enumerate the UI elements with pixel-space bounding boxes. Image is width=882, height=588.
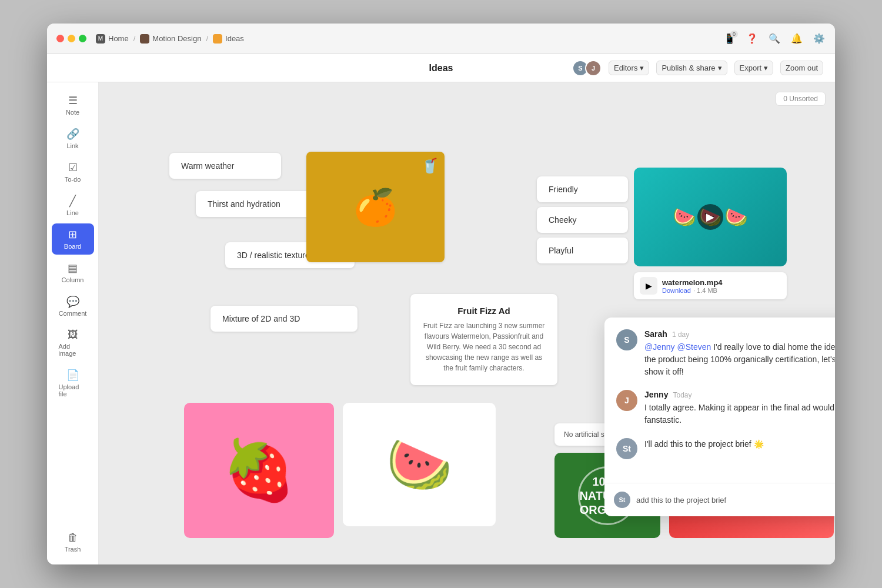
todo-icon: ☑ xyxy=(68,161,78,174)
close-button[interactable] xyxy=(56,35,64,42)
ideas-icon xyxy=(213,34,222,44)
canvas: 0 Unsorted Warm weather Thirst and hydra… xyxy=(99,82,835,564)
breadcrumb-ideas[interactable]: Ideas xyxy=(213,34,244,44)
sidebar-item-add-image[interactable]: 🖼 Add image xyxy=(52,324,94,362)
sarah-author: Sarah xyxy=(644,329,667,339)
comment-input-area: St add this to the project brief Send xyxy=(604,483,835,516)
trash-icon: 🗑 xyxy=(68,532,78,544)
comment-jenny: J Jenny Today I totally agree. Making it… xyxy=(616,390,835,426)
traffic-lights xyxy=(56,35,86,42)
header-right: S J Editors ▾ Publish & share ▾ Export ▾… xyxy=(572,60,823,76)
jenny-author: Jenny xyxy=(644,390,668,399)
sarah-text: @Jenny @Steven I'd really love to dial h… xyxy=(644,341,835,378)
line-icon: ╱ xyxy=(69,195,76,208)
sidebar-item-line[interactable]: ╱ Line xyxy=(52,190,94,221)
device-badge: 0 xyxy=(730,31,738,38)
comment-steven: St I'll add this to the project brief 🌟 xyxy=(616,438,835,459)
mixture-card[interactable]: Mixture of 2D and 3D xyxy=(211,306,358,332)
file-size: · 1.4 MB xyxy=(693,287,717,294)
headerbar: Ideas S J Editors ▾ Publish & share ▾ Ex… xyxy=(47,54,835,82)
thirst-hydration-card[interactable]: Thirst and hydration xyxy=(196,191,319,217)
orange-drink-image: 🍊 🥤 xyxy=(306,152,445,262)
fullscreen-button[interactable] xyxy=(79,35,86,42)
breadcrumb-home[interactable]: M Home xyxy=(96,34,129,44)
help-icon[interactable]: ❓ xyxy=(746,32,759,45)
breadcrumb: M Home / Motion Design / Ideas xyxy=(96,34,244,44)
sidebar-item-board[interactable]: ⊞ Board xyxy=(52,223,94,255)
sidebar-item-column[interactable]: ▤ Column xyxy=(52,257,94,288)
board-icon: ⊞ xyxy=(68,228,77,241)
play-button[interactable]: ▶ xyxy=(697,204,723,230)
zoom-button[interactable]: Zoom out xyxy=(780,61,823,75)
link-icon: 🔗 xyxy=(66,128,79,141)
app-window: M Home / Motion Design / Ideas 📱0 ❓ 🔍 🔔 … xyxy=(47,24,835,564)
strawberry-image: 🍓 xyxy=(184,403,334,538)
device-icon[interactable]: 📱0 xyxy=(723,32,736,45)
watermelon-video: 🍉 🍉 🍉 ▶ ▶ watermelon.mp4 Download · 1.4 … xyxy=(634,168,787,299)
sarah-time: 1 day xyxy=(672,330,689,339)
avatar-sarah-comment: S xyxy=(616,329,637,350)
titlebar: M Home / Motion Design / Ideas 📱0 ❓ 🔍 🔔 … xyxy=(47,24,835,54)
download-link[interactable]: Download xyxy=(662,287,691,294)
avatar-jenny-comment: J xyxy=(616,390,637,411)
avatar-group: S J xyxy=(572,60,602,76)
comment-sarah: S Sarah 1 day @Jenny @Steven I'd really … xyxy=(616,329,835,378)
sidebar-item-note[interactable]: ☰ Note xyxy=(52,89,94,121)
video-filename: watermelon.mp4 xyxy=(662,278,723,287)
add-image-icon: 🖼 xyxy=(68,329,78,341)
file-info: ▶ watermelon.mp4 Download · 1.4 MB xyxy=(634,272,787,299)
editors-button[interactable]: Editors ▾ xyxy=(609,61,649,75)
comment-list: S Sarah 1 day @Jenny @Steven I'd really … xyxy=(604,318,835,483)
home-label: Home xyxy=(108,34,129,43)
note-icon: ☰ xyxy=(68,94,78,107)
watermelon-slice-image: 🍉 xyxy=(386,434,452,496)
watermelon-slice-card[interactable]: 🍉 xyxy=(343,403,496,526)
unsorted-badge: 0 Unsorted xyxy=(776,92,826,106)
sidebar-item-todo[interactable]: ☑ To-do xyxy=(52,156,94,188)
avatar-jenny: J xyxy=(585,60,602,76)
avatar-current-user: St xyxy=(614,492,630,508)
comment-panel: S Sarah 1 day @Jenny @Steven I'd really … xyxy=(604,318,835,516)
fruit-fizz-card[interactable]: Fruit Fizz Ad Fruit Fizz are launching 3… xyxy=(410,294,557,385)
tag-friendly[interactable]: Friendly xyxy=(537,176,628,202)
search-icon[interactable]: 🔍 xyxy=(768,32,781,45)
tag-playful[interactable]: Playful xyxy=(537,238,628,263)
fruit-fizz-title: Fruit Fizz Ad xyxy=(422,306,546,316)
tag-cheeky[interactable]: Cheeky xyxy=(537,207,628,233)
publish-button[interactable]: Publish & share ▾ xyxy=(656,61,727,75)
comment-input-placeholder[interactable]: add this to the project brief xyxy=(636,496,829,505)
titlebar-right: 📱0 ❓ 🔍 🔔 ⚙️ xyxy=(723,32,826,45)
fruit-fizz-body: Fruit Fizz are launching 3 new summer fl… xyxy=(422,320,546,373)
settings-icon[interactable]: ⚙️ xyxy=(813,32,826,45)
strawberry-card[interactable]: 🍓 xyxy=(184,403,334,538)
breadcrumb-motion-design[interactable]: Motion Design xyxy=(140,34,201,44)
export-button[interactable]: Export ▾ xyxy=(734,61,774,75)
video-thumbnail[interactable]: 🍉 🍉 🍉 ▶ xyxy=(634,168,787,266)
comment-icon: 💬 xyxy=(66,295,79,308)
upload-file-icon: 📄 xyxy=(66,369,79,382)
warm-weather-card[interactable]: Warm weather xyxy=(169,153,281,179)
file-icon: ▶ xyxy=(640,277,657,295)
motion-design-icon xyxy=(140,34,149,44)
motion-design-label: Motion Design xyxy=(152,34,201,43)
tags-column: Friendly Cheeky Playful xyxy=(537,176,628,263)
orange-drink-card[interactable]: 🍊 🥤 xyxy=(306,152,445,262)
avatar-steven-comment: St xyxy=(616,438,637,459)
notification-icon[interactable]: 🔔 xyxy=(790,32,803,45)
jenny-time: Today xyxy=(673,391,691,399)
minimize-button[interactable] xyxy=(68,35,75,42)
sidebar-item-upload-file[interactable]: 📄 Upload file xyxy=(52,364,94,402)
sidebar: ☰ Note 🔗 Link ☑ To-do ╱ Line ⊞ Board ▤ C… xyxy=(47,82,99,564)
page-title: Ideas xyxy=(429,63,453,74)
sidebar-item-trash[interactable]: 🗑 Trash xyxy=(52,527,94,557)
sidebar-item-link[interactable]: 🔗 Link xyxy=(52,123,94,154)
main-content: ☰ Note 🔗 Link ☑ To-do ╱ Line ⊞ Board ▤ C… xyxy=(47,82,835,564)
steven-text: I'll add this to the project brief 🌟 xyxy=(644,438,835,450)
home-icon: M xyxy=(96,34,105,44)
ideas-label: Ideas xyxy=(225,34,244,43)
jenny-text: I totally agree. Making it appear in the… xyxy=(644,402,835,426)
sidebar-item-comment[interactable]: 💬 Comment xyxy=(52,290,94,322)
column-icon: ▤ xyxy=(68,262,78,275)
